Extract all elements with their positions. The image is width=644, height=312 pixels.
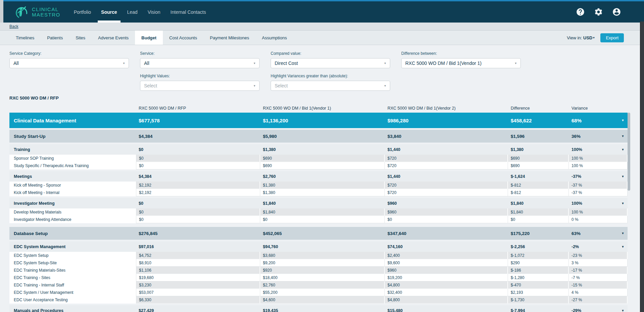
row-value: $15,480	[385, 305, 508, 312]
table-row[interactable]: Study Start-Up$4,384$5,980$3,840$1,59636…	[9, 130, 628, 143]
row-value: $290	[508, 259, 569, 267]
help-icon[interactable]	[576, 7, 585, 16]
row-value: $2,760	[260, 171, 385, 182]
table-row: EDC User Acceptance Testing$6,330$4,600$…	[9, 296, 628, 304]
expand-caret[interactable]: ▼	[618, 171, 628, 182]
row-value: 4 %	[569, 289, 628, 296]
expand-caret[interactable]: ▼	[618, 227, 628, 240]
settings-icon[interactable]	[594, 7, 603, 16]
filter-dropdown-service-category[interactable]: All▼	[9, 58, 129, 68]
window-edge	[0, 0, 3, 23]
row-label: EDC System Setup	[9, 252, 136, 259]
filter-dropdown-difference-between[interactable]: RXC 5000 WO DM / Bid 1(Vendor 1)▼	[401, 58, 521, 68]
account-icon[interactable]	[612, 7, 621, 16]
table-scrollbar-thumb[interactable]	[628, 113, 630, 191]
row-value: 100%	[569, 198, 618, 208]
row-value: 3 %	[569, 259, 628, 267]
row-value: $690	[508, 162, 569, 169]
row-value: $-186	[508, 267, 569, 274]
row-value: -37 %	[569, 189, 628, 196]
app-logo: CLINICAL MAESTRO	[14, 5, 60, 20]
tab-budget[interactable]: Budget	[135, 31, 163, 45]
chevron-down-icon: ▼	[253, 62, 256, 65]
row-value: $9,200	[260, 259, 385, 267]
tab-sites[interactable]: Sites	[69, 31, 92, 45]
filter-dropdown-compared-value[interactable]: Direct Cost▼	[271, 58, 390, 68]
filter-label: Highlight Values:	[140, 74, 260, 78]
row-value: $0	[136, 144, 260, 155]
row-value: $960	[385, 198, 508, 208]
expand-caret[interactable]: ▼	[618, 130, 628, 143]
table-row[interactable]: Manuals and Procedures$27,429$19,435$15,…	[9, 305, 628, 312]
row-value: $-1,624	[508, 171, 569, 182]
filter-compared-value: Compared value:Direct Cost▼	[271, 51, 390, 68]
column-header-rxc-5000-wo-dm-bid-1-vendor-1: RXC 5000 WO DM / Bid 1(Vendor 1)	[260, 106, 385, 111]
row-value: $5,980	[260, 130, 385, 143]
tab-cost-accounts[interactable]: Cost Accounts	[163, 31, 203, 45]
row-value: $94,760	[260, 241, 385, 252]
filter-service-category: Service Category:All▼	[9, 51, 129, 68]
row-value: $-1,072	[508, 252, 569, 259]
filter-dropdown-service[interactable]: All▼	[140, 58, 260, 68]
filter-highlight-values: Highlight Values:Select▼	[140, 74, 260, 91]
row-value: 68%	[569, 113, 618, 128]
expand-caret[interactable]: ▼	[618, 144, 628, 155]
row-value: $19,435	[260, 305, 385, 312]
row-value: $347,640	[385, 227, 508, 240]
row-value: $0	[136, 162, 260, 169]
tab-assumptions[interactable]: Assumptions	[256, 31, 293, 45]
expand-caret[interactable]: ▼	[618, 241, 628, 252]
row-label: Database Setup	[9, 227, 136, 240]
dropdown-value: RXC 5000 WO DM / Bid 1(Vendor 1)	[405, 61, 481, 66]
table-row[interactable]: EDC System Management$97,016$94,760$74,1…	[9, 241, 628, 252]
filter-dropdown-highlight-values[interactable]: Select▼	[140, 81, 260, 91]
row-value: $3,680	[260, 252, 385, 259]
row-value: $-7,994	[508, 305, 569, 312]
table-row[interactable]: Meetings$4,384$2,760$1,440$-1,624-37%▼	[9, 171, 628, 182]
nav-item-source[interactable]: Source	[101, 1, 117, 23]
row-value: $4,384	[136, 171, 260, 182]
tab-patients[interactable]: Patients	[41, 31, 69, 45]
back-link[interactable]: Back	[9, 24, 18, 29]
table-row[interactable]: Database Setup$276,845$452,065$347,640$1…	[9, 227, 628, 240]
tab-adverse-events[interactable]: Adverse Events	[92, 31, 135, 45]
back-bar: Back	[0, 23, 644, 31]
row-value: $1,380	[260, 144, 385, 155]
tabs: TimelinesPatientsSitesAdverse EventsBudg…	[9, 31, 293, 45]
row-value: $0	[385, 216, 508, 223]
row-value: $74,160	[385, 241, 508, 252]
expand-caret[interactable]: ▼	[618, 305, 628, 312]
table-row[interactable]: Investigator Meeting$0$1,840$960$1,84010…	[9, 198, 628, 208]
row-value: $53,007	[136, 289, 260, 296]
expand-caret[interactable]: ▼	[618, 198, 628, 208]
row-value: $720	[385, 162, 508, 169]
row-value: $720	[385, 182, 508, 189]
row-value: $2,400	[385, 252, 508, 259]
nav-item-portfolio[interactable]: Portfolio	[74, 1, 91, 23]
tab-payment-milestones[interactable]: Payment Milestones	[203, 31, 256, 45]
nav-item-vision[interactable]: Vision	[148, 1, 160, 23]
nav-item-lead[interactable]: Lead	[127, 1, 138, 23]
filter-grid: Service Category:All▼Service:All▼Compare…	[9, 51, 644, 91]
row-value: 36%	[569, 130, 618, 143]
table-row[interactable]: Clinical Data Management$677,578$1,136,2…	[9, 113, 628, 128]
filter-label: Difference between:	[401, 51, 521, 56]
table-row: EDC System / User Management$53,007$55,2…	[9, 289, 628, 296]
row-label: Training	[9, 144, 136, 155]
filter-label: Highlight Variances greater than (absolu…	[271, 74, 390, 78]
filter-label: Compared value:	[271, 51, 390, 56]
table-row[interactable]: Training$0$1,380$1,440$1,380100%▼	[9, 144, 628, 155]
filter-dropdown-highlight-variances-greater-than-absolute[interactable]: Select▼	[271, 81, 390, 91]
row-value: -37%	[569, 171, 618, 182]
row-label: EDC Training - Sites	[9, 274, 136, 281]
row-value: $690	[508, 155, 569, 162]
table-row: EDC Training - Internal Staff$3,230$2,76…	[9, 281, 628, 289]
table-header-row: RXC 5000 WO DM / RFPRXC 5000 WO DM / Bid…	[9, 104, 628, 113]
expand-caret[interactable]: ▼	[618, 113, 628, 128]
page-scrollbar[interactable]	[640, 22, 644, 312]
export-button[interactable]: Export	[600, 33, 624, 42]
tab-timelines[interactable]: Timelines	[9, 31, 41, 45]
currency-selector[interactable]: View in: USD▼	[567, 35, 595, 40]
row-value: $4,600	[260, 296, 385, 304]
nav-item-internal-contacts[interactable]: Internal Contacts	[171, 1, 206, 23]
